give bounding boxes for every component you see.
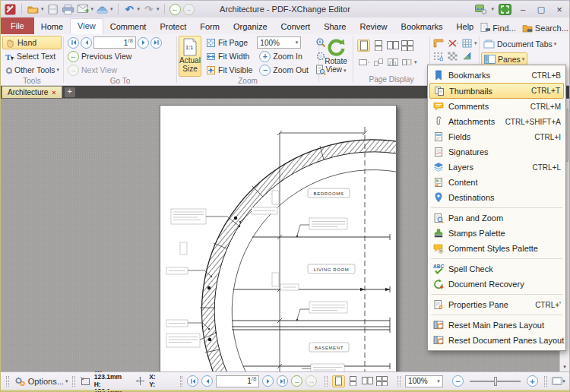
zoom-in-button[interactable]: + Zoom In xyxy=(257,49,311,63)
find-button[interactable]: Find... xyxy=(480,23,516,33)
actual-size-button[interactable]: 1:1 ActualSize xyxy=(179,36,201,77)
fullscreen-button[interactable] xyxy=(499,4,511,15)
ribbon-tab-protect[interactable]: Protect xyxy=(153,20,193,34)
ribbon-tab-bookmarks[interactable]: Bookmarks xyxy=(394,20,450,34)
status-last-page-button[interactable] xyxy=(277,375,288,387)
status-previous-page-button[interactable] xyxy=(201,375,213,387)
fit-page-button[interactable]: Fit Page xyxy=(204,36,255,49)
reading-direction-button[interactable] xyxy=(401,56,413,68)
menu-item-spell-check[interactable]: ABCSpell Check xyxy=(429,261,564,277)
ribbon-tab-comment[interactable]: Comment xyxy=(103,20,154,34)
page-display-dropdown-arrow[interactable]: ▾ xyxy=(414,59,417,65)
ribbon-tab-convert[interactable]: Convert xyxy=(274,20,318,34)
ribbon-tab-share[interactable]: Share xyxy=(317,20,353,34)
status-first-page-button[interactable] xyxy=(187,375,198,387)
zoom-slider[interactable] xyxy=(470,381,521,382)
select-text-button[interactable]: T Select Text xyxy=(2,49,62,63)
last-page-button[interactable] xyxy=(150,37,162,49)
menu-item-fields[interactable]: FieldsCTRL+I xyxy=(429,129,564,144)
minimize-button[interactable]: – xyxy=(516,3,530,15)
status-two-pages-continuous-button[interactable] xyxy=(375,375,388,387)
redo-dropdown-arrow[interactable]: ▾ xyxy=(157,6,160,12)
undo-dropdown-arrow[interactable]: ▾ xyxy=(138,6,141,12)
open-button[interactable] xyxy=(27,3,40,15)
customize-dropdown-arrow[interactable]: ▾ xyxy=(491,6,494,12)
two-pages-button[interactable] xyxy=(386,40,399,52)
tab-close-icon[interactable]: × xyxy=(52,89,55,96)
history-back-button[interactable]: ← xyxy=(169,4,181,15)
rulers-button[interactable] xyxy=(432,37,445,49)
ribbon-tab-home[interactable]: Home xyxy=(34,20,70,34)
first-page-button[interactable] xyxy=(68,37,79,49)
menu-item-thumbnails[interactable]: ThumbnailsCTRL+T xyxy=(429,83,564,99)
ribbon-tab-organize[interactable]: Organize xyxy=(226,20,274,34)
print-button[interactable] xyxy=(62,3,74,15)
rotate-view-button[interactable]: Rotate View ▾ xyxy=(321,36,351,76)
menu-item-comments[interactable]: CommentsCTRL+M xyxy=(429,99,564,114)
redo-button[interactable]: ↷ xyxy=(142,3,155,15)
email-button[interactable] xyxy=(77,3,90,15)
menu-item-reset-document-panes-layout[interactable]: Reset Document Panes Layout xyxy=(429,333,564,348)
ribbon-tab-review[interactable]: Review xyxy=(353,20,394,34)
menu-item-signatures[interactable]: Signatures xyxy=(429,144,564,160)
ribbon-tab-form[interactable]: Form xyxy=(193,20,226,34)
customize-ui-icon[interactable] xyxy=(474,3,487,15)
menu-item-attachments[interactable]: AttachmentsCTRL+SHIFT+A xyxy=(429,114,564,129)
status-next-view-button[interactable]: → xyxy=(306,375,317,387)
status-zoom-combo[interactable]: 100%▾ xyxy=(405,375,443,387)
scroll-down-arrow[interactable]: ▼ xyxy=(560,362,569,371)
menu-item-content[interactable]: Content xyxy=(429,175,564,190)
page-number-field[interactable]: 1/8 xyxy=(93,36,136,49)
status-previous-view-button[interactable]: ← xyxy=(291,375,302,387)
guides-button[interactable] xyxy=(446,37,459,49)
save-button[interactable] xyxy=(46,3,59,15)
ribbon-tab-view[interactable]: View xyxy=(70,18,103,34)
fit-width-button[interactable]: Fit Width xyxy=(204,49,255,63)
status-two-pages-button[interactable] xyxy=(361,375,374,387)
menu-item-document-recovery[interactable]: Document Recovery xyxy=(429,277,564,292)
transparency-grid-button[interactable] xyxy=(446,50,459,62)
previous-page-button[interactable] xyxy=(81,37,92,49)
zoom-slider-knob[interactable] xyxy=(494,377,497,386)
status-page-number-field[interactable]: 1/8 xyxy=(216,375,259,387)
next-page-button[interactable] xyxy=(138,37,149,49)
zoom-level-combo[interactable]: 100%▾ xyxy=(257,36,301,49)
continuous-button[interactable] xyxy=(372,40,385,52)
menu-item-stamps-palette[interactable]: Stamps Palette xyxy=(429,226,564,241)
menu-item-comment-styles-palette[interactable]: Comment Styles Palette xyxy=(429,241,564,256)
other-tools-button[interactable]: Other Tools▾ xyxy=(2,63,62,77)
search-button[interactable]: Search... xyxy=(522,24,568,33)
fit-visible-button[interactable]: Fit Visible xyxy=(204,63,255,77)
menu-item-bookmarks[interactable]: BookmarksCTRL+B xyxy=(429,68,564,83)
pdf-page[interactable]: BEDROOMS LIVING ROOM BASEMENT xyxy=(160,105,397,371)
email-dropdown-arrow[interactable]: ▾ xyxy=(91,6,94,12)
menu-item-reset-main-panes-layout[interactable]: Reset Main Panes Layout xyxy=(429,318,564,333)
status-zoom-in-button[interactable]: + xyxy=(527,375,538,387)
status-continuous-button[interactable] xyxy=(347,375,359,387)
status-next-page-button[interactable] xyxy=(262,375,274,387)
menu-item-destinations[interactable]: Destinations xyxy=(429,190,564,205)
ribbon-tab-file[interactable]: File xyxy=(1,17,34,34)
scan-dropdown-arrow[interactable]: ▾ xyxy=(110,6,113,12)
spread-mode-button[interactable] xyxy=(357,56,370,68)
zoom-out-button[interactable]: − Zoom Out xyxy=(257,63,311,77)
status-zoom-out-button[interactable]: − xyxy=(452,375,464,387)
view-mode-button[interactable]: ▾ xyxy=(552,375,565,387)
layers-view-button[interactable] xyxy=(461,50,473,62)
separate-cover-button[interactable] xyxy=(372,56,385,68)
single-page-button[interactable] xyxy=(357,40,370,52)
undo-button[interactable]: ↶ xyxy=(123,3,136,15)
page-numbers-button[interactable]: 21 xyxy=(386,56,399,68)
scan-button[interactable] xyxy=(96,3,109,15)
snap-button[interactable] xyxy=(432,50,445,62)
close-button[interactable]: × xyxy=(553,3,566,15)
previous-view-button[interactable]: ← Previous View xyxy=(65,49,175,63)
menu-item-layers[interactable]: LayersCTRL+L xyxy=(429,160,564,175)
history-forward-button[interactable]: → xyxy=(183,4,195,15)
hand-tool-button[interactable]: Hand xyxy=(2,36,62,49)
next-view-button[interactable]: → Next View xyxy=(65,63,175,77)
maximize-button[interactable]: ▢ xyxy=(534,3,548,15)
page-grid-button[interactable] xyxy=(461,37,473,49)
new-tab-button[interactable]: + xyxy=(65,87,75,97)
two-pages-continuous-button[interactable] xyxy=(401,40,413,52)
